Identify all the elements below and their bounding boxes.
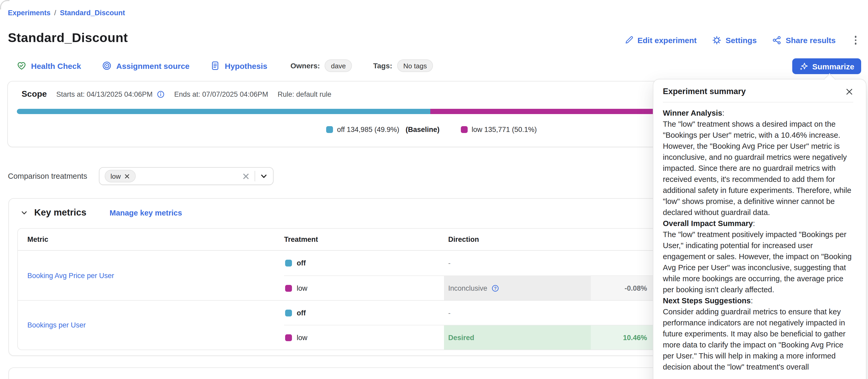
column-header-change [591, 229, 653, 251]
off-swatch [326, 126, 333, 133]
scope-starts: Starts at: 04/13/2025 04:06PM [56, 90, 165, 98]
summarize-label: Summarize [812, 62, 854, 71]
breadcrumb: Experiments / Standard_Discount [8, 9, 125, 17]
experiment-page: Experiments / Standard_Discount Standard… [0, 0, 868, 379]
column-header-metric: Metric [18, 229, 284, 251]
key-metrics-title: Key metrics [34, 207, 86, 218]
column-header-direction: Direction [444, 229, 591, 251]
low-swatch [461, 126, 467, 133]
clear-selection-icon[interactable] [242, 172, 250, 180]
comparison-treatments-label: Comparison treatments [8, 172, 87, 180]
share-results-button[interactable]: Share results [773, 36, 836, 45]
tab-hypothesis[interactable]: Hypothesis [211, 61, 268, 70]
change-cell: -0.08% [591, 275, 653, 300]
treatment-chip-low[interactable]: low [105, 170, 135, 182]
breadcrumb-separator: / [54, 9, 56, 17]
share-icon [773, 36, 781, 45]
tab-assignment-source-label: Assignment source [116, 61, 189, 70]
summary-section: Next Steps Suggestions: Consider adding … [663, 296, 853, 373]
tags-group: Tags: No tags [373, 59, 433, 72]
treatment-cell: low [284, 325, 444, 350]
direction-cell: Inconclusive ? [444, 275, 591, 300]
edit-experiment-button[interactable]: Edit experiment [624, 36, 696, 45]
treatment-cell: off [284, 251, 444, 275]
target-icon [102, 61, 112, 70]
info-icon[interactable] [157, 90, 165, 98]
treatment-cell: low [284, 275, 444, 300]
screen: Experiments / Standard_Discount Standard… [0, 0, 868, 379]
direction-cell: - [444, 300, 591, 325]
comparison-treatments-select[interactable]: low [99, 167, 274, 185]
owners-label: Owners: [290, 62, 320, 70]
header-actions: Edit experiment Settings Sh [624, 34, 860, 46]
scope-ends: Ends at: 07/07/2025 04:06PM [174, 90, 268, 98]
manage-key-metrics-link[interactable]: Manage key metrics [110, 208, 182, 217]
tab-health-check-label: Health Check [31, 61, 81, 70]
window-corner [0, 0, 9, 9]
legend-item-off: off 134,985 (49.9%) (Baseline) [326, 126, 439, 134]
close-icon[interactable] [845, 88, 853, 95]
off-swatch [285, 309, 292, 316]
tab-assignment-source[interactable]: Assignment source [102, 61, 189, 70]
table-row: Booking Avg Price per User [18, 251, 284, 300]
panel-divider [663, 102, 853, 103]
settings-label: Settings [726, 36, 757, 45]
summarize-button[interactable]: Summarize [792, 58, 861, 74]
allocation-bar-segment-off [17, 109, 431, 114]
scope-title: Scope [22, 89, 47, 99]
change-cell [591, 251, 653, 275]
change-cell: 10.46% [591, 325, 653, 350]
page-title: Standard_Discount [8, 31, 128, 45]
select-divider [255, 171, 255, 181]
low-swatch [285, 334, 292, 341]
metric-link-bookings-per-user[interactable]: Bookings per User [27, 321, 86, 329]
metric-link-booking-avg-price[interactable]: Booking Avg Price per User [27, 272, 114, 279]
help-icon[interactable]: ? [492, 284, 499, 292]
more-options-button[interactable] [851, 34, 860, 46]
collapse-chevron-icon[interactable] [21, 209, 28, 216]
chip-remove-icon[interactable] [124, 173, 130, 179]
pencil-icon [624, 36, 633, 45]
heart-check-icon [17, 61, 26, 70]
tags-label: Tags: [373, 62, 393, 70]
owner-chip[interactable]: dave [324, 59, 352, 72]
chevron-down-icon[interactable] [260, 172, 268, 180]
document-icon [211, 61, 220, 70]
off-swatch [285, 260, 292, 267]
summary-text: Winner Analysis: The "low" treatment sho… [663, 108, 853, 373]
gear-icon [713, 36, 721, 45]
tab-health-check[interactable]: Health Check [17, 61, 81, 70]
tags-chip[interactable]: No tags [397, 59, 433, 72]
scope-rule: Rule: default rule [278, 90, 332, 98]
share-results-label: Share results [786, 36, 836, 45]
experiment-toolbar: Health Check Assignment source Hypothesi… [17, 58, 433, 74]
change-cell [591, 300, 653, 325]
edit-experiment-label: Edit experiment [637, 36, 696, 45]
summary-section: Winner Analysis: The "low" treatment sho… [663, 108, 853, 218]
legend-item-low: low 135,771 (50.1%) [461, 126, 537, 134]
breadcrumb-current-link[interactable]: Standard_Discount [60, 9, 125, 17]
owners-group: Owners: dave [290, 59, 352, 72]
tab-hypothesis-label: Hypothesis [225, 61, 268, 70]
svg-text:?: ? [494, 286, 497, 290]
panel-title: Experiment summary [663, 87, 746, 96]
sparkles-icon [799, 62, 808, 71]
treatment-cell: off [284, 300, 444, 325]
table-row: Bookings per User [18, 300, 284, 350]
direction-cell: Desired [444, 325, 591, 350]
experiment-summary-panel: Experiment summary Winner Analysis: The … [653, 79, 866, 379]
column-header-treatment: Treatment [284, 229, 444, 251]
low-swatch [285, 285, 292, 291]
summary-section: Overall Impact Summary: The "low" treatm… [663, 218, 853, 296]
breadcrumb-experiments-link[interactable]: Experiments [8, 9, 51, 17]
settings-button[interactable]: Settings [713, 36, 757, 45]
direction-cell: - [444, 251, 591, 275]
